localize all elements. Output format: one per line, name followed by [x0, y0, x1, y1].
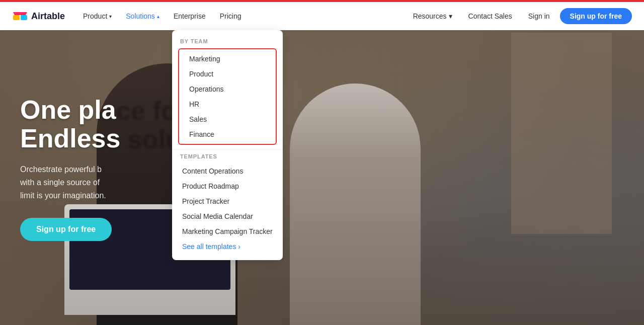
navbar: Airtable Product ▾ Solutions ▴ Enterpris… — [0, 2, 644, 30]
dropdown-template-project-tracker[interactable]: Project Tracker — [180, 194, 275, 209]
nav-right: Resources ▾ Contact Sales Sign in Sign u… — [407, 8, 632, 24]
top-bar — [0, 0, 644, 2]
nav-signin[interactable]: Sign in — [522, 9, 556, 23]
dropdown-divider — [172, 149, 283, 149]
nav-product-chevron: ▾ — [109, 14, 112, 19]
dropdown-item-operations[interactable]: Operations — [179, 82, 276, 97]
airtable-logo-icon — [12, 8, 28, 24]
nav-signin-label: Sign in — [528, 12, 550, 20]
dropdown-template-content-ops[interactable]: Content Operations — [180, 164, 275, 179]
logo[interactable]: Airtable — [12, 8, 65, 24]
nav-resources-chevron: ▾ — [449, 12, 452, 20]
dropdown-item-sales[interactable]: Sales — [179, 112, 276, 127]
nav-contact-sales[interactable]: Contact Sales — [462, 9, 518, 23]
dropdown-template-marketing-campaign[interactable]: Marketing Campaign Tracker — [180, 224, 275, 239]
dropdown-item-product[interactable]: Product — [179, 66, 276, 82]
templates-label: TEMPLATES — [180, 153, 275, 164]
nav-solutions-label: Solutions — [126, 12, 155, 20]
by-team-label: BY TEAM — [180, 38, 275, 48]
person-right-silhouette — [290, 84, 421, 325]
dropdown-template-social-media[interactable]: Social Media Calendar — [180, 209, 275, 224]
nav-resources-label: Resources — [413, 12, 447, 20]
nav-product[interactable]: Product ▾ — [77, 9, 118, 23]
nav-signup-button[interactable]: Sign up for free — [560, 8, 632, 24]
hero-signup-button[interactable]: Sign up for free — [20, 218, 112, 241]
dropdown-template-product-roadmap[interactable]: Product Roadmap — [180, 179, 275, 194]
dropdown-item-hr[interactable]: HR — [179, 97, 276, 112]
nav-items: Product ▾ Solutions ▴ Enterprise Pricing — [77, 9, 407, 23]
nav-resources[interactable]: Resources ▾ — [407, 9, 458, 23]
nav-enterprise[interactable]: Enterprise — [168, 9, 212, 23]
nav-product-label: Product — [83, 12, 107, 20]
dropdown-item-finance[interactable]: Finance — [179, 127, 276, 142]
svg-rect-0 — [13, 15, 20, 20]
nav-solutions[interactable]: Solutions ▴ — [120, 9, 166, 23]
by-team-highlight-box: Marketing Product Operations HR Sales Fi… — [178, 48, 277, 145]
svg-rect-1 — [21, 15, 27, 20]
nav-solutions-chevron: ▴ — [157, 14, 159, 19]
nav-contact-sales-label: Contact Sales — [468, 12, 512, 20]
logo-text: Airtable — [31, 11, 65, 22]
templates-section: TEMPLATES Content Operations Product Roa… — [172, 153, 283, 254]
see-all-templates-link[interactable]: See all templates › — [180, 239, 275, 254]
nav-pricing[interactable]: Pricing — [214, 9, 248, 23]
solutions-dropdown: BY TEAM Marketing Product Operations HR … — [172, 30, 283, 260]
dropdown-item-marketing[interactable]: Marketing — [179, 51, 276, 66]
nav-pricing-label: Pricing — [220, 12, 242, 20]
warehouse-shelf — [511, 33, 612, 234]
by-team-section: BY TEAM Marketing Product Operations HR … — [172, 38, 283, 145]
nav-enterprise-label: Enterprise — [174, 12, 206, 20]
